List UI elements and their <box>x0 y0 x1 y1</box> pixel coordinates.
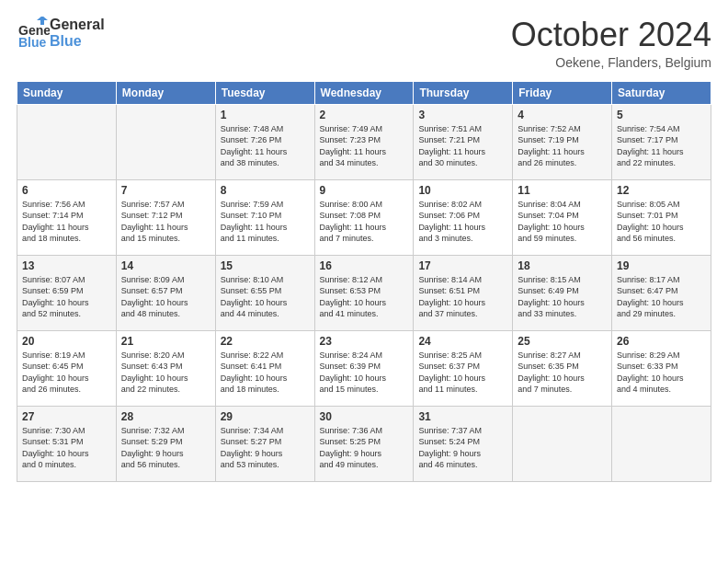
day-number: 7 <box>121 184 210 197</box>
calendar-cell: 28Sunrise: 7:32 AM Sunset: 5:29 PM Dayli… <box>116 406 215 481</box>
day-number: 23 <box>320 335 409 348</box>
day-number: 9 <box>320 184 409 197</box>
calendar-cell: 27Sunrise: 7:30 AM Sunset: 5:31 PM Dayli… <box>17 406 117 481</box>
day-number: 28 <box>121 410 210 423</box>
day-number: 17 <box>418 259 507 272</box>
calendar-header: SundayMondayTuesdayWednesdayThursdayFrid… <box>17 81 711 104</box>
day-number: 5 <box>617 109 706 121</box>
week-row-1: 1Sunrise: 7:48 AM Sunset: 7:26 PM Daylig… <box>17 104 711 179</box>
cell-content: Sunrise: 8:02 AM Sunset: 7:06 PM Dayligh… <box>418 199 507 245</box>
cell-content: Sunrise: 7:48 AM Sunset: 7:26 PM Dayligh… <box>221 123 310 169</box>
calendar-cell: 13Sunrise: 8:07 AM Sunset: 6:59 PM Dayli… <box>17 255 117 330</box>
cell-content: Sunrise: 7:37 AM Sunset: 5:24 PM Dayligh… <box>418 425 507 471</box>
cell-content: Sunrise: 8:10 AM Sunset: 6:55 PM Dayligh… <box>221 274 310 320</box>
day-number: 14 <box>121 259 210 272</box>
logo-blue: Blue <box>50 33 105 50</box>
cell-content: Sunrise: 7:49 AM Sunset: 7:23 PM Dayligh… <box>320 123 409 169</box>
cell-content: Sunrise: 7:59 AM Sunset: 7:10 PM Dayligh… <box>221 199 310 245</box>
day-number: 22 <box>221 335 310 348</box>
col-header-friday: Friday <box>513 81 612 104</box>
day-number: 1 <box>221 109 310 121</box>
cell-content: Sunrise: 7:54 AM Sunset: 7:17 PM Dayligh… <box>617 123 706 169</box>
day-number: 20 <box>22 335 111 348</box>
calendar-cell: 6Sunrise: 7:56 AM Sunset: 7:14 PM Daylig… <box>17 179 117 255</box>
day-number: 4 <box>518 109 607 121</box>
calendar-cell: 7Sunrise: 7:57 AM Sunset: 7:12 PM Daylig… <box>116 179 215 255</box>
week-row-3: 13Sunrise: 8:07 AM Sunset: 6:59 PM Dayli… <box>17 255 711 330</box>
cell-content: Sunrise: 8:24 AM Sunset: 6:39 PM Dayligh… <box>320 350 409 396</box>
day-number: 3 <box>418 109 507 121</box>
cell-content: Sunrise: 8:15 AM Sunset: 6:49 PM Dayligh… <box>518 274 607 320</box>
cell-content: Sunrise: 7:30 AM Sunset: 5:31 PM Dayligh… <box>22 425 111 471</box>
calendar-cell: 11Sunrise: 8:04 AM Sunset: 7:04 PM Dayli… <box>513 179 612 255</box>
day-number: 31 <box>418 410 507 423</box>
logo-general: General <box>50 17 105 33</box>
col-header-monday: Monday <box>116 81 215 104</box>
cell-content: Sunrise: 7:34 AM Sunset: 5:27 PM Dayligh… <box>221 425 310 471</box>
calendar-cell: 25Sunrise: 8:27 AM Sunset: 6:35 PM Dayli… <box>513 330 612 406</box>
day-number: 24 <box>418 335 507 348</box>
calendar-cell: 1Sunrise: 7:48 AM Sunset: 7:26 PM Daylig… <box>215 104 314 179</box>
cell-content: Sunrise: 8:09 AM Sunset: 6:57 PM Dayligh… <box>121 274 210 320</box>
calendar-cell: 14Sunrise: 8:09 AM Sunset: 6:57 PM Dayli… <box>116 255 215 330</box>
calendar-cell: 24Sunrise: 8:25 AM Sunset: 6:37 PM Dayli… <box>414 330 513 406</box>
cell-content: Sunrise: 7:57 AM Sunset: 7:12 PM Dayligh… <box>121 199 210 245</box>
day-number: 2 <box>320 109 409 121</box>
calendar-cell <box>17 104 117 179</box>
col-header-saturday: Saturday <box>612 81 711 104</box>
cell-content: Sunrise: 7:32 AM Sunset: 5:29 PM Dayligh… <box>121 425 210 471</box>
calendar-cell <box>612 406 711 481</box>
calendar-cell: 20Sunrise: 8:19 AM Sunset: 6:45 PM Dayli… <box>17 330 117 406</box>
header: General Blue General Blue October 2024 O… <box>17 17 711 70</box>
day-number: 30 <box>320 410 409 423</box>
cell-content: Sunrise: 8:07 AM Sunset: 6:59 PM Dayligh… <box>22 274 111 320</box>
calendar-cell: 8Sunrise: 7:59 AM Sunset: 7:10 PM Daylig… <box>215 179 314 255</box>
svg-text:Blue: Blue <box>18 35 47 50</box>
day-number: 6 <box>22 184 111 197</box>
calendar-cell: 21Sunrise: 8:20 AM Sunset: 6:43 PM Dayli… <box>116 330 215 406</box>
cell-content: Sunrise: 8:29 AM Sunset: 6:33 PM Dayligh… <box>617 350 706 396</box>
calendar-cell: 5Sunrise: 7:54 AM Sunset: 7:17 PM Daylig… <box>612 104 711 179</box>
cell-content: Sunrise: 7:51 AM Sunset: 7:21 PM Dayligh… <box>418 123 507 169</box>
col-header-tuesday: Tuesday <box>215 81 314 104</box>
cell-content: Sunrise: 7:52 AM Sunset: 7:19 PM Dayligh… <box>518 123 607 169</box>
calendar-cell: 19Sunrise: 8:17 AM Sunset: 6:47 PM Dayli… <box>612 255 711 330</box>
day-number: 13 <box>22 259 111 272</box>
cell-content: Sunrise: 8:14 AM Sunset: 6:51 PM Dayligh… <box>418 274 507 320</box>
calendar-cell: 17Sunrise: 8:14 AM Sunset: 6:51 PM Dayli… <box>414 255 513 330</box>
cell-content: Sunrise: 8:20 AM Sunset: 6:43 PM Dayligh… <box>121 350 210 396</box>
calendar-cell <box>116 104 215 179</box>
cell-content: Sunrise: 7:56 AM Sunset: 7:14 PM Dayligh… <box>22 199 111 245</box>
cell-content: Sunrise: 8:25 AM Sunset: 6:37 PM Dayligh… <box>418 350 507 396</box>
calendar-cell: 18Sunrise: 8:15 AM Sunset: 6:49 PM Dayli… <box>513 255 612 330</box>
calendar-cell: 30Sunrise: 7:36 AM Sunset: 5:25 PM Dayli… <box>314 406 414 481</box>
day-number: 21 <box>121 335 210 348</box>
cell-content: Sunrise: 8:22 AM Sunset: 6:41 PM Dayligh… <box>221 350 310 396</box>
calendar-cell <box>513 406 612 481</box>
calendar-cell: 2Sunrise: 7:49 AM Sunset: 7:23 PM Daylig… <box>314 104 414 179</box>
day-number: 25 <box>518 335 607 348</box>
title-block: October 2024 Oekene, Flanders, Belgium <box>511 17 711 70</box>
calendar-table: SundayMondayTuesdayWednesdayThursdayFrid… <box>17 81 711 482</box>
col-header-sunday: Sunday <box>17 81 117 104</box>
cell-content: Sunrise: 8:19 AM Sunset: 6:45 PM Dayligh… <box>22 350 111 396</box>
calendar-cell: 29Sunrise: 7:34 AM Sunset: 5:27 PM Dayli… <box>215 406 314 481</box>
page-title: October 2024 <box>511 17 711 53</box>
week-row-4: 20Sunrise: 8:19 AM Sunset: 6:45 PM Dayli… <box>17 330 711 406</box>
day-number: 11 <box>518 184 607 197</box>
day-number: 16 <box>320 259 409 272</box>
calendar-cell: 9Sunrise: 8:00 AM Sunset: 7:08 PM Daylig… <box>314 179 414 255</box>
day-number: 15 <box>221 259 310 272</box>
cell-content: Sunrise: 8:12 AM Sunset: 6:53 PM Dayligh… <box>320 274 409 320</box>
day-number: 8 <box>221 184 310 197</box>
logo-icon: General Blue <box>17 17 50 50</box>
day-number: 10 <box>418 184 507 197</box>
day-number: 26 <box>617 335 706 348</box>
day-number: 29 <box>221 410 310 423</box>
cell-content: Sunrise: 8:17 AM Sunset: 6:47 PM Dayligh… <box>617 274 706 320</box>
col-header-wednesday: Wednesday <box>314 81 414 104</box>
week-row-2: 6Sunrise: 7:56 AM Sunset: 7:14 PM Daylig… <box>17 179 711 255</box>
day-number: 12 <box>617 184 706 197</box>
calendar-cell: 10Sunrise: 8:02 AM Sunset: 7:06 PM Dayli… <box>414 179 513 255</box>
calendar-cell: 16Sunrise: 8:12 AM Sunset: 6:53 PM Dayli… <box>314 255 414 330</box>
